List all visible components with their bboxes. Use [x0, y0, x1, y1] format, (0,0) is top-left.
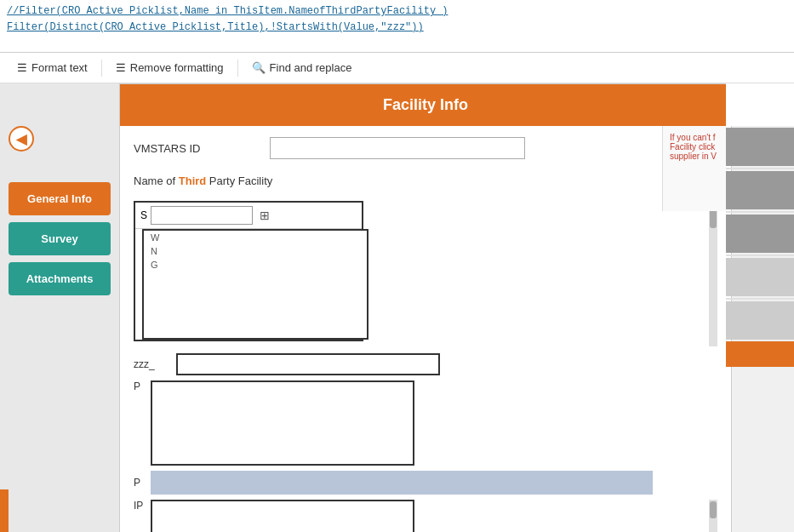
p-row-2: P	[134, 471, 717, 495]
p-row-1: P	[134, 380, 717, 466]
orange-block-bottom	[726, 341, 794, 367]
toolbar-divider-1	[101, 60, 102, 77]
zzz-label: zzz_	[134, 358, 176, 370]
gray-divider-2	[726, 211, 794, 213]
gray-block-2	[726, 171, 794, 209]
right-gray-blocks	[726, 83, 794, 367]
picklist-header: S ⊞	[135, 203, 362, 229]
gray-block-5	[726, 301, 794, 340]
gray-block-4	[726, 258, 794, 296]
main-layout: ◀ General Info Survey Attachments Facili…	[0, 83, 794, 532]
find-replace-icon: 🔍	[252, 61, 266, 74]
toolbar-divider-2	[237, 60, 238, 77]
picklist-scrollbar[interactable]	[709, 201, 717, 346]
code-editor: //Filter(CRO_Active_Picklist,Name in Thi…	[0, 0, 794, 53]
form-body: VMSTARS ID Name of Third Party Facility …	[120, 126, 731, 532]
remove-formatting-button[interactable]: ☰ Remove formatting	[106, 56, 234, 79]
picklist-search-input[interactable]	[151, 206, 253, 225]
gray-divider-4	[726, 298, 794, 300]
gray-block-0	[726, 83, 794, 126]
p-highlighted-row	[151, 471, 653, 495]
ip-label: IP	[134, 500, 151, 512]
toolbar: ☰ Format text ☰ Remove formatting 🔍 Find…	[0, 53, 794, 83]
form-panel: Facility Info VMSTARS ID Name of Third P…	[119, 83, 732, 532]
form-scrollbar-thumb	[710, 501, 717, 518]
format-text-icon: ☰	[17, 61, 27, 74]
remove-formatting-label: Remove formatting	[130, 61, 224, 74]
survey-label: Survey	[41, 232, 77, 245]
code-line-2: Filter(Distinct(CRO_Active_Picklist,Titl…	[7, 20, 787, 36]
find-replace-label: Find and replace	[270, 61, 352, 74]
remove-formatting-icon: ☰	[116, 61, 126, 74]
right-info-panel: If you can't f Facility click supplier i…	[662, 126, 726, 211]
p-textbox-1[interactable]	[151, 380, 414, 466]
picklist-n-row: N	[144, 244, 367, 258]
format-text-button[interactable]: ☰ Format text	[7, 56, 98, 79]
p-label-1: P	[134, 380, 151, 392]
zzz-row: zzz_	[134, 353, 717, 375]
vmstars-label: VMSTARS ID	[134, 142, 270, 155]
attachments-nav[interactable]: Attachments	[9, 262, 111, 295]
general-info-label: General Info	[27, 192, 92, 205]
picklist-s-label: S	[140, 209, 147, 221]
left-orange-strip	[0, 489, 9, 532]
picklist-list: W N G	[142, 229, 368, 340]
form-header: Facility Info	[120, 84, 731, 126]
grid-icon[interactable]: ⊞	[260, 209, 270, 222]
survey-nav[interactable]: Survey	[9, 222, 111, 255]
form-scrollbar[interactable]	[709, 500, 717, 532]
picklist-area: S ⊞ W N G	[134, 201, 717, 346]
form-title: Facility Info	[383, 96, 468, 113]
find-replace-button[interactable]: 🔍 Find and replace	[242, 56, 363, 79]
gray-block-1	[726, 128, 794, 166]
zzz-input[interactable]	[176, 353, 440, 375]
general-info-nav[interactable]: General Info	[9, 182, 111, 215]
ip-textbox[interactable]	[151, 500, 414, 532]
highlight-third: Third	[179, 174, 207, 187]
right-info-text: If you can't f Facility click supplier i…	[670, 133, 717, 161]
ip-row: IP	[134, 500, 717, 532]
facility-name-label: Name of Third Party Facility	[134, 174, 272, 187]
back-button[interactable]: ◀	[9, 126, 34, 152]
code-line-1: //Filter(CRO_Active_Picklist,Name in Thi…	[7, 3, 787, 20]
picklist-g-row: G	[144, 258, 367, 272]
gray-block-3	[726, 215, 794, 253]
picklist-container: S ⊞ W N G	[134, 201, 363, 341]
content-area: Facility Info VMSTARS ID Name of Third P…	[119, 83, 794, 532]
vmstars-input[interactable]	[270, 137, 525, 159]
attachments-label: Attachments	[26, 272, 94, 285]
back-icon: ◀	[16, 131, 26, 147]
format-text-label: Format text	[31, 61, 88, 74]
p-label-2: P	[134, 477, 151, 489]
gray-divider-3	[726, 255, 794, 256]
left-sidebar: ◀ General Info Survey Attachments	[0, 83, 119, 532]
gray-divider-1	[726, 168, 794, 169]
vmstars-row: VMSTARS ID	[134, 136, 717, 160]
picklist-w-row: W	[144, 231, 367, 244]
facility-name-row: Name of Third Party Facility	[134, 169, 717, 192]
